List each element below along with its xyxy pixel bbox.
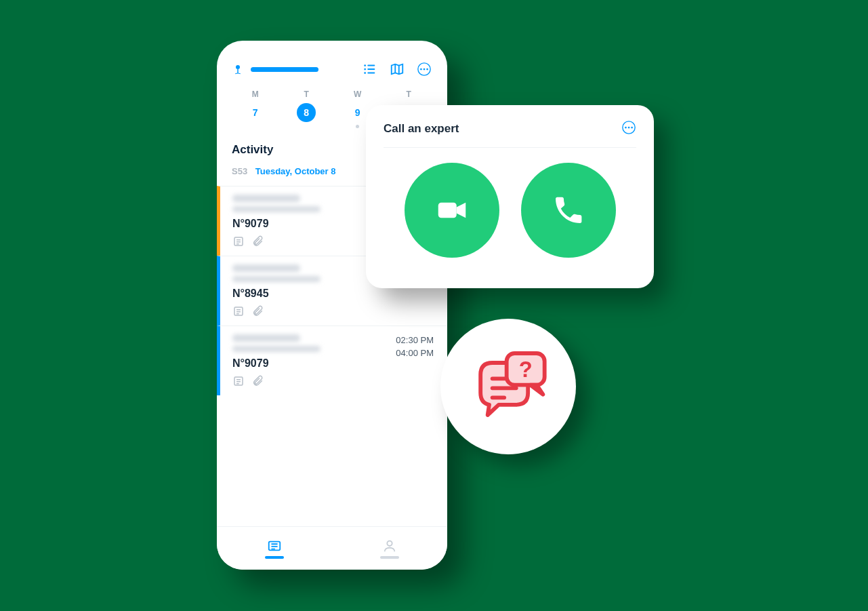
call-buttons [384,163,636,258]
day-letter: W [334,90,381,99]
svg-point-19 [631,127,633,129]
svg-point-3 [364,68,366,71]
attachment-icon[interactable] [251,375,264,387]
expert-header: Call an expert [384,120,636,148]
svg-text:?: ? [519,357,533,382]
attachment-icon[interactable] [251,235,264,248]
svg-point-1 [364,64,366,66]
blurred-subtitle [232,346,321,352]
audio-call-button[interactable] [521,163,616,258]
blurred-title [232,264,300,272]
end-time: 04:00 PM [396,347,434,360]
svg-rect-4 [367,68,375,70]
day-letter: M [232,90,279,99]
tab-underline [265,556,284,559]
note-icon[interactable] [232,375,245,387]
card-icons [232,305,434,317]
svg-point-9 [423,68,426,71]
help-chat-badge[interactable]: ? [440,319,576,454]
blurred-title [232,334,300,342]
svg-point-0 [236,65,240,69]
note-icon[interactable] [232,235,245,248]
tab-profile[interactable] [332,527,447,570]
start-time: 02:30 PM [396,334,434,347]
svg-rect-20 [438,203,456,218]
activity-card[interactable]: 02:30 PM 04:00 PM N°9079 [217,326,447,395]
tab-activity[interactable] [217,527,332,570]
day-letter: T [283,90,331,99]
day-number: 8 [297,103,316,122]
svg-point-17 [625,127,627,129]
chat-question-icon: ? [461,339,556,434]
card-icons [232,375,434,387]
day-number: 7 [246,103,265,122]
blurred-subtitle [232,206,321,212]
day-dot [356,125,359,128]
svg-point-18 [628,127,630,129]
location-pin-icon[interactable] [232,62,244,77]
video-call-button[interactable] [405,163,499,258]
svg-point-8 [420,68,422,71]
svg-point-5 [364,72,366,74]
card-times: 02:30 PM 04:00 PM [396,334,434,360]
tab-underline [380,556,399,559]
call-expert-card: Call an expert [366,105,654,288]
search-bar-placeholder[interactable] [251,67,318,72]
day-letter: T [386,90,433,99]
day-tue[interactable]: T 8 [283,90,331,128]
svg-point-15 [387,540,392,545]
day-number: 9 [348,103,367,122]
day-mon[interactable]: M 7 [232,90,279,128]
week-code: S53 [232,166,247,176]
svg-rect-2 [367,65,375,66]
attachment-icon[interactable] [251,305,264,317]
more-icon[interactable] [416,61,432,77]
map-icon[interactable] [389,61,405,77]
svg-point-10 [426,68,428,71]
blurred-subtitle [232,276,321,282]
note-icon[interactable] [232,305,245,317]
svg-rect-6 [367,73,375,74]
current-date: Tuesday, October 8 [255,166,336,176]
tab-bar [217,526,447,570]
more-icon[interactable] [621,120,636,138]
blurred-title [232,195,300,202]
expert-title: Call an expert [384,122,459,136]
top-bar [217,61,447,90]
list-icon[interactable] [362,61,378,77]
